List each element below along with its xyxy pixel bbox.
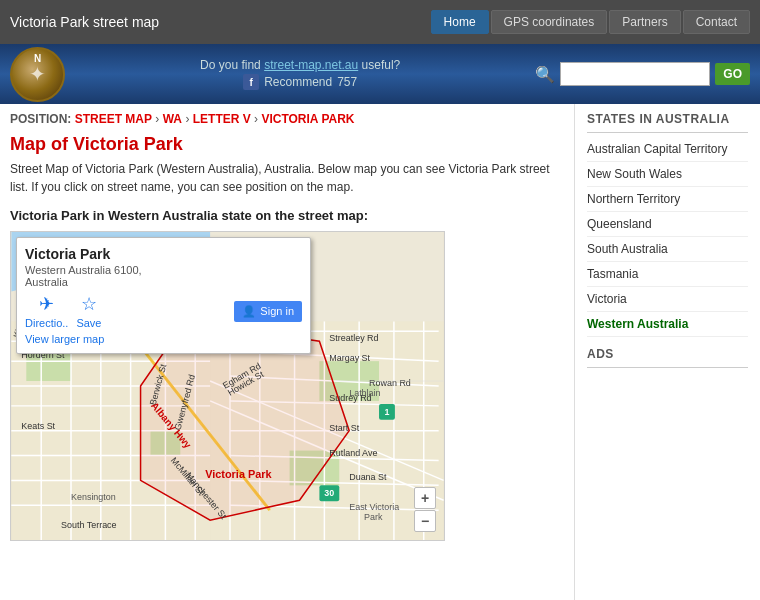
- state-nt[interactable]: Northern Territory: [587, 187, 748, 212]
- nav-home[interactable]: Home: [431, 10, 489, 34]
- sign-in-button[interactable]: 👤 Sign in: [234, 301, 302, 322]
- nav-contact[interactable]: Contact: [683, 10, 750, 34]
- state-nsw[interactable]: New South Wales: [587, 162, 748, 187]
- position-label: POSITION:: [10, 112, 71, 126]
- svg-text:Kensington: Kensington: [71, 492, 116, 502]
- fb-row: f Recommend 757: [65, 74, 535, 90]
- banner: Do you find street-map.net.au useful? f …: [0, 44, 760, 104]
- search-input[interactable]: [560, 62, 710, 86]
- svg-text:1: 1: [384, 407, 389, 417]
- map-controls: + −: [414, 487, 436, 532]
- state-tas[interactable]: Tasmania: [587, 262, 748, 287]
- ads-heading: ADS: [587, 347, 748, 361]
- go-button[interactable]: GO: [715, 63, 750, 85]
- nav-gps[interactable]: GPS coordinates: [491, 10, 608, 34]
- map-section-title: Victoria Park in Western Australia state…: [10, 208, 564, 223]
- person-icon: 👤: [242, 305, 256, 318]
- banner-left: [10, 47, 65, 102]
- banner-text: Do you find street-map.net.au useful?: [65, 58, 535, 72]
- state-wa[interactable]: Western Australia: [587, 312, 748, 337]
- map-popup: Victoria Park Western Australia 6100, Au…: [16, 237, 311, 354]
- zoom-in-button[interactable]: +: [414, 487, 436, 509]
- sidebar: STATES IN AUSTRALIA Australian Capital T…: [575, 104, 760, 600]
- breadcrumb-letter-v[interactable]: LETTER V: [193, 112, 251, 126]
- save-icon: ☆: [81, 293, 97, 315]
- popup-actions: ✈ Directio.. ☆ Save 👤 Sign in: [25, 293, 302, 329]
- svg-text:South Terrace: South Terrace: [61, 520, 117, 530]
- svg-text:Victoria Park: Victoria Park: [205, 468, 272, 480]
- breadcrumb-street-map[interactable]: STREET MAP: [75, 112, 152, 126]
- breadcrumb-victoria-park[interactable]: VICTORIA PARK: [261, 112, 354, 126]
- facebook-icon: f: [243, 74, 259, 90]
- page-description: Street Map of Victoria Park (Western Aus…: [10, 160, 564, 196]
- directions-icon: ✈: [39, 293, 54, 315]
- svg-text:Rutland Ave: Rutland Ave: [329, 448, 377, 458]
- recommend-count: 757: [337, 75, 357, 89]
- svg-text:Duana St: Duana St: [349, 472, 387, 482]
- svg-text:30: 30: [324, 488, 334, 498]
- content-area: POSITION: STREET MAP › WA › LETTER V › V…: [0, 104, 575, 600]
- breadcrumb-wa[interactable]: WA: [163, 112, 182, 126]
- directions-button[interactable]: ✈ Directio..: [25, 293, 68, 329]
- breadcrumb: POSITION: STREET MAP › WA › LETTER V › V…: [10, 112, 564, 126]
- svg-text:Park: Park: [364, 512, 383, 522]
- site-link[interactable]: street-map.net.au: [264, 58, 358, 72]
- top-bar: Victoria Park street map Home GPS coordi…: [0, 0, 760, 44]
- svg-text:Start St: Start St: [329, 423, 359, 433]
- state-qld[interactable]: Queensland: [587, 212, 748, 237]
- main-layout: POSITION: STREET MAP › WA › LETTER V › V…: [0, 104, 760, 600]
- svg-text:Lathlain: Lathlain: [349, 388, 380, 398]
- search-icon: 🔍: [535, 65, 555, 84]
- state-sa[interactable]: South Australia: [587, 237, 748, 262]
- banner-right: 🔍 GO: [535, 62, 750, 86]
- page-heading: Map of Victoria Park: [10, 134, 564, 155]
- site-title: Victoria Park street map: [10, 14, 159, 30]
- popup-address: Western Australia 6100, Australia: [25, 264, 302, 288]
- map-container[interactable]: Kingston Ave Douglas Ave Berwick St Gwen…: [10, 231, 445, 541]
- state-act[interactable]: Australian Capital Territory: [587, 137, 748, 162]
- zoom-out-button[interactable]: −: [414, 510, 436, 532]
- ads-divider: [587, 367, 748, 368]
- svg-text:East Victoria: East Victoria: [349, 502, 399, 512]
- recommend-text: Recommend: [264, 75, 332, 89]
- nav-buttons: Home GPS coordinates Partners Contact: [431, 10, 750, 34]
- svg-text:Streatley Rd: Streatley Rd: [329, 333, 378, 343]
- nav-partners[interactable]: Partners: [609, 10, 680, 34]
- svg-text:Margay St: Margay St: [329, 353, 370, 363]
- states-heading: STATES IN AUSTRALIA: [587, 112, 748, 126]
- compass-icon: [10, 47, 65, 102]
- svg-text:Keats St: Keats St: [21, 421, 55, 431]
- popup-title: Victoria Park: [25, 246, 302, 262]
- banner-center: Do you find street-map.net.au useful? f …: [65, 58, 535, 90]
- view-larger-map-link[interactable]: View larger map: [25, 333, 302, 345]
- save-button[interactable]: ☆ Save: [76, 293, 101, 329]
- svg-text:Rowan Rd: Rowan Rd: [369, 378, 411, 388]
- state-vic[interactable]: Victoria: [587, 287, 748, 312]
